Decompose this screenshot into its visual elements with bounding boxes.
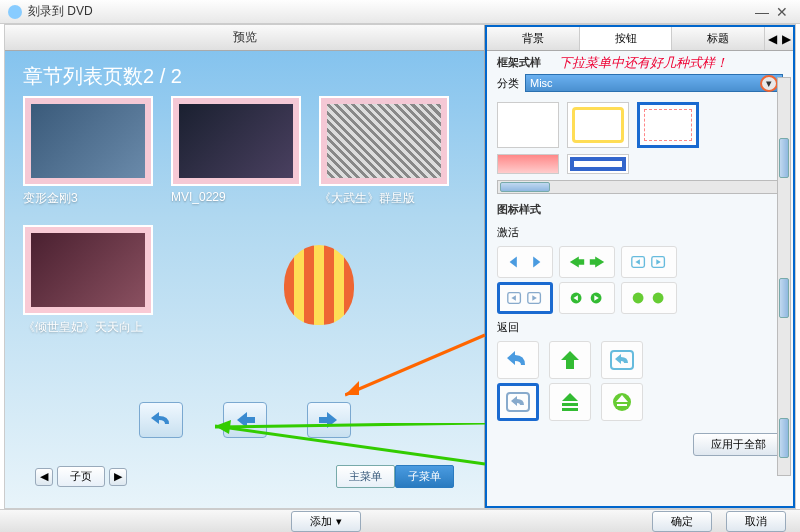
frame-option[interactable]: [497, 154, 559, 174]
preview-pane: 预览 章节列表页数2 / 2 变形金刚3 MVI_0229 《大武生》群星版 《…: [5, 25, 485, 508]
chapter-item[interactable]: 《倾世皇妃》天天向上: [23, 225, 153, 336]
frame-option[interactable]: [567, 102, 629, 148]
tab-background[interactable]: 背景: [487, 27, 580, 50]
return-button[interactable]: [139, 402, 183, 438]
next-button[interactable]: [307, 402, 351, 438]
minimize-button[interactable]: —: [752, 4, 772, 20]
close-button[interactable]: ✕: [772, 4, 792, 20]
settings-pane: 背景 按钮 标题 ◀ ▶ 框架式样 下拉菜单中还有好几种式样！ 分类 Misc: [485, 25, 795, 508]
svg-rect-11: [562, 408, 578, 411]
return-icon-option[interactable]: [601, 383, 643, 421]
tab-title[interactable]: 标题: [672, 27, 765, 50]
prev-button[interactable]: [223, 402, 267, 438]
titlebar: 刻录到 DVD — ✕: [0, 0, 800, 24]
page-label: 子页: [57, 466, 105, 487]
tab-button[interactable]: 按钮: [580, 27, 673, 50]
icon-style-option[interactable]: [621, 282, 677, 314]
main-menu-tab[interactable]: 主菜单: [336, 465, 395, 488]
app-icon: [8, 5, 22, 19]
frame-style-heading: 框架式样: [487, 51, 551, 74]
preview-tab[interactable]: 预览: [5, 25, 484, 51]
svg-rect-13: [617, 404, 627, 406]
icon-style-option[interactable]: [621, 246, 677, 278]
icon-style-heading: 图标样式: [487, 198, 793, 221]
chapter-item[interactable]: 变形金刚3: [23, 96, 153, 207]
frame-option[interactable]: [637, 102, 699, 148]
apply-all-button[interactable]: 应用于全部: [693, 433, 783, 456]
sub-menu-tab[interactable]: 子菜单: [395, 465, 454, 488]
tab-scroll-left[interactable]: ◀: [765, 27, 779, 50]
icon-style-option[interactable]: [559, 246, 615, 278]
vertical-scrollbar[interactable]: [777, 77, 791, 476]
activate-label: 激活: [497, 223, 783, 242]
footer-bar: 添加▾ 确定 取消: [0, 509, 800, 532]
ok-button[interactable]: 确定: [652, 511, 712, 532]
return-icon-option[interactable]: [601, 341, 643, 379]
cancel-button[interactable]: 取消: [726, 511, 786, 532]
return-icon-option[interactable]: [497, 383, 539, 421]
window-title: 刻录到 DVD: [28, 3, 93, 20]
chapter-item[interactable]: 《大武生》群星版: [319, 96, 449, 207]
annotation-text: 下拉菜单中还有好几种式样！: [551, 52, 736, 74]
category-select[interactable]: Misc: [525, 74, 783, 92]
page-navigator: ◀ 子页 ▶: [35, 466, 127, 487]
svg-point-6: [633, 293, 644, 304]
return-icon-option[interactable]: [549, 383, 591, 421]
return-icon-option[interactable]: [549, 341, 591, 379]
frame-option[interactable]: [497, 102, 559, 148]
return-label: 返回: [497, 318, 783, 337]
return-icon-option[interactable]: [497, 341, 539, 379]
tab-scroll-right[interactable]: ▶: [779, 27, 793, 50]
balloon-image: [274, 245, 364, 355]
icon-style-option[interactable]: [497, 282, 553, 314]
icon-style-option[interactable]: [497, 246, 553, 278]
svg-rect-10: [562, 403, 578, 406]
svg-point-7: [653, 293, 664, 304]
category-label: 分类: [497, 76, 519, 91]
frame-option[interactable]: [567, 154, 629, 174]
add-button[interactable]: 添加▾: [291, 511, 361, 532]
page-next-button[interactable]: ▶: [109, 468, 127, 486]
chapter-page-title: 章节列表页数2 / 2: [5, 51, 484, 96]
frame-scrollbar[interactable]: [497, 180, 783, 194]
page-prev-button[interactable]: ◀: [35, 468, 53, 486]
chapter-item[interactable]: MVI_0229: [171, 96, 301, 207]
icon-style-option[interactable]: [559, 282, 615, 314]
dropdown-icon: ▾: [336, 515, 342, 528]
